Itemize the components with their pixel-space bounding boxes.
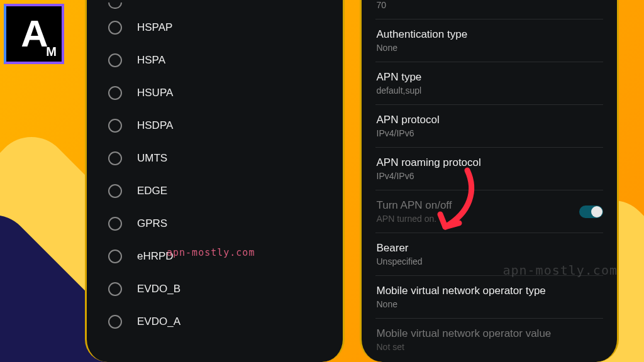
logo-letter-secondary: M <box>46 45 57 59</box>
radio-icon <box>108 21 122 35</box>
setting-value: APN turned on. <box>377 214 602 224</box>
setting-mvno-value: Mobile virtual network operator value No… <box>375 318 604 361</box>
setting-title: APN roaming protocol <box>377 156 602 169</box>
phone-right: 70 Authentication type None APN type def… <box>360 0 619 362</box>
setting-title: Mobile virtual network operator type <box>377 285 602 297</box>
logo-letter-primary: A <box>21 19 47 49</box>
radio-option-hsdpa[interactable]: HSDPA <box>101 109 329 142</box>
radio-option-edge[interactable]: EDGE <box>101 175 329 207</box>
setting-title: Mobile virtual network operator value <box>377 327 602 340</box>
setting-title: APN type <box>377 71 602 84</box>
radio-label: HSUPA <box>137 87 173 99</box>
logo-badge: A M <box>4 4 64 64</box>
toggle-switch[interactable] <box>579 206 603 218</box>
setting-value: IPv4/IPv6 <box>377 128 602 138</box>
setting-title: Turn APN on/off <box>377 199 602 212</box>
radio-label: EVDO_A <box>137 315 180 328</box>
radio-label: HSPAP <box>137 21 172 34</box>
setting-value-partial: 70 <box>375 0 604 19</box>
radio-icon <box>108 250 122 263</box>
radio-option-evdo-a[interactable]: EVDO_A <box>101 305 329 338</box>
setting-apn-roaming-protocol[interactable]: APN roaming protocol IPv4/IPv6 <box>375 147 604 190</box>
setting-title: APN protocol <box>377 114 602 126</box>
radio-label: HSPA <box>137 54 165 67</box>
radio-label: UMTS <box>137 152 167 165</box>
radio-option-hspap[interactable]: HSPAP <box>101 11 329 44</box>
setting-value: None <box>377 43 602 53</box>
radio-icon <box>108 217 122 231</box>
setting-apn-type[interactable]: APN type default,supl <box>375 62 604 104</box>
radio-icon <box>108 119 122 133</box>
setting-title: Bearer <box>377 242 602 255</box>
radio-label: GPRS <box>137 217 167 230</box>
radio-icon <box>108 3 122 9</box>
setting-value: None <box>377 299 602 309</box>
radio-option-umts[interactable]: UMTS <box>101 142 329 175</box>
radio-icon <box>108 53 122 67</box>
radio-label: EVDO_B <box>137 283 180 295</box>
watermark-text: apn-mostly.com <box>167 247 255 258</box>
radio-label: HSDPA <box>137 119 173 132</box>
setting-value: IPv4/IPv6 <box>377 171 602 181</box>
radio-option-gprs[interactable]: GPRS <box>101 207 329 240</box>
setting-apn-protocol[interactable]: APN protocol IPv4/IPv6 <box>375 104 604 147</box>
setting-value: default,supl <box>377 85 602 96</box>
watermark-text: apn-mostly.com <box>502 263 618 278</box>
setting-mvno-type[interactable]: Mobile virtual network operator type Non… <box>375 275 604 318</box>
radio-option-hsupa[interactable]: HSUPA <box>101 77 329 109</box>
radio-icon <box>108 151 122 165</box>
toggle-knob-icon <box>591 206 602 217</box>
radio-option-partial <box>101 0 329 11</box>
setting-authentication-type[interactable]: Authentication type None <box>375 19 604 62</box>
radio-option-evdo-b[interactable]: EVDO_B <box>101 273 329 305</box>
radio-icon <box>108 184 122 198</box>
radio-icon <box>108 282 122 296</box>
setting-turn-apn-on-off[interactable]: Turn APN on/off APN turned on. <box>375 190 604 233</box>
radio-icon <box>108 86 122 100</box>
setting-title: Authentication type <box>377 28 602 41</box>
setting-value: Not set <box>377 342 602 352</box>
phone-left: HSPAP HSPA HSUPA HSDPA UMTS EDGE <box>85 0 345 362</box>
radio-icon <box>108 315 122 329</box>
radio-option-hspa[interactable]: HSPA <box>101 44 329 77</box>
radio-label: EDGE <box>137 185 167 197</box>
